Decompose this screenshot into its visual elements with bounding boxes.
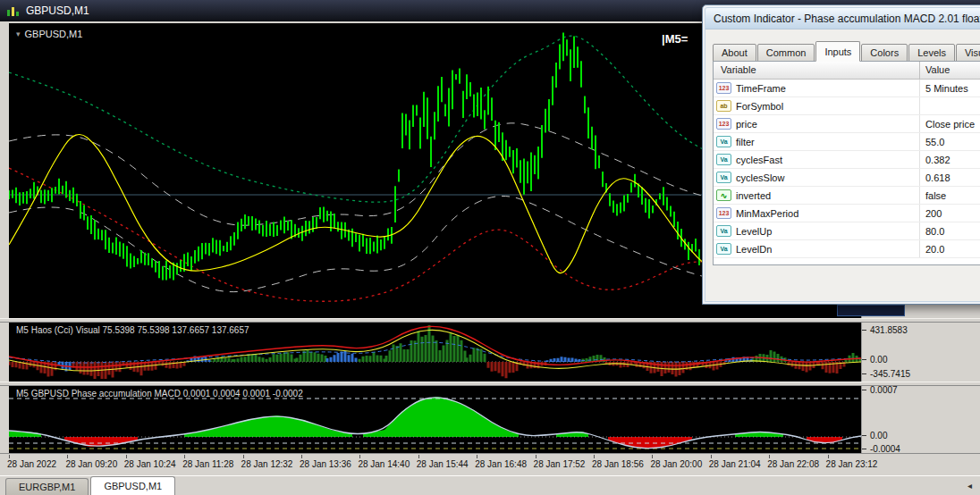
row-inverted[interactable]: ∿inverted false [714,187,980,205]
variable-value[interactable]: 5 Minutes [920,83,980,94]
panel-separator[interactable] [0,382,980,386]
tab-label: About [722,47,748,58]
row-filter[interactable]: Vafilter 55.0 [714,133,980,151]
variable-name: ForSymbol [736,101,783,112]
tab-common[interactable]: Common [757,44,815,62]
double-type-icon: Va [716,154,731,165]
chart-window-icon [7,5,20,16]
table-header-row: Variable Value [714,62,980,80]
row-price[interactable]: 123price Close price [714,115,980,133]
variable-value[interactable]: 200 [920,208,980,219]
variable-name: TimeFrame [736,83,786,94]
tab-label: Visualization [965,47,980,58]
chart-tab-label: GBPUSD,M1 [104,481,162,491]
variable-value[interactable]: 20.0 [920,244,980,255]
macd-panel-label: M5 GBPUSD Phase accumulation MACD 0.0001… [16,389,303,399]
variable-name: inverted [736,190,771,201]
time-label: 28 Jan 14:40 [358,459,410,469]
chart-tab-eurgbp[interactable]: EURGBP,M1 [5,478,89,495]
time-label: 28 Jan 23:12 [826,459,878,469]
chart-tab-bar: EURGBP,M1 GBPUSD,M1 ◂ [0,475,980,495]
tab-label: Common [766,47,807,58]
tab-colors[interactable]: Colors [861,44,908,62]
macd-indicator-panel[interactable]: M5 GBPUSD Phase accumulation MACD 0.0001… [9,386,861,453]
tab-scroll-left-icon[interactable]: ◂ [967,481,972,491]
chart-symbol-label: ▾ GBPUSD,M1 [16,29,82,39]
time-label: 28 Jan 20:00 [650,459,702,469]
double-type-icon: Va [716,243,731,255]
chart-tab-label: EURGBP,M1 [19,482,75,492]
tab-label: Colors [870,47,899,58]
row-timeframe[interactable]: 123TimeFrame 5 Minutes [714,80,980,97]
time-tick [536,455,536,458]
tab-label: Levels [917,47,946,58]
scale-tick [862,373,866,374]
chevron-down-icon[interactable]: ▾ [16,29,21,38]
cci-panel-label: M5 Haos (Cci) Visual 75.5398 75.5398 137… [16,325,249,335]
scale-tick [862,435,866,436]
variable-value[interactable]: 0.618 [920,172,980,183]
panel-separator[interactable] [0,318,980,323]
double-type-icon: Va [716,225,731,237]
row-minmaxperiod[interactable]: 123MinMaxPeriod 200 [714,205,980,222]
variable-name: price [736,119,757,130]
time-label: 28 Jan 22:08 [767,459,819,469]
cci-scale-top: 431.8583 [870,325,908,335]
boolean-type-icon: ∿ [716,189,731,201]
tab-inputs[interactable]: Inputs [815,41,860,62]
dialog-titlebar[interactable]: Custom Indicator - Phase accumulation MA… [705,8,980,29]
macd-scale-zero: 0.00 [870,431,887,440]
variable-name: cyclesFast [736,155,782,165]
row-leveldn[interactable]: VaLevelDn 20.0 [714,240,980,258]
cci-scale-bottom: -345.7415 [870,369,910,379]
time-tick [418,455,419,458]
price-marker-box [837,305,905,316]
tab-label: Inputs [824,46,851,57]
time-tick [828,455,829,458]
string-type-icon: ab [716,100,731,112]
scale-tick [862,330,866,331]
column-header-variable: Variable [714,62,920,79]
cci-indicator-panel[interactable]: M5 Haos (Cci) Visual 75.5398 75.5398 137… [9,323,861,382]
scale-tick [862,449,866,449]
integer-type-icon: 123 [716,207,731,219]
variable-name: LevelUp [736,226,772,237]
custom-indicator-dialog: Custom Indicator - Phase accumulation MA… [702,4,980,305]
variable-name: cyclesSlow [736,172,784,183]
time-tick [594,455,595,458]
variable-value[interactable]: false [920,190,980,201]
time-tick [126,455,127,458]
tab-levels[interactable]: Levels [908,44,955,62]
time-tick [477,455,477,458]
time-label: 28 Jan 21:04 [709,459,761,469]
variable-value[interactable]: 80.0 [920,226,980,237]
row-levelup[interactable]: VaLevelUp 80.0 [714,222,980,240]
variable-value[interactable]: Close price [920,119,980,130]
window-title: GBPUSD,M1 [26,4,89,17]
time-tick [67,455,68,458]
tab-about[interactable]: About [713,44,756,62]
chart-tab-gbpusd[interactable]: GBPUSD,M1 [90,476,175,495]
time-tick [9,455,10,458]
time-tick [769,455,770,458]
time-label: 28 Jan 11:28 [182,459,233,469]
dialog-inner: Custom Indicator - Phase accumulation MA… [705,7,980,302]
dialog-title: Custom Indicator - Phase accumulation MA… [714,13,980,25]
time-label: 28 Jan 17:52 [534,459,586,469]
time-tick [711,455,712,458]
row-cyclesfast[interactable]: VacyclesFast 0.382 [714,151,980,169]
variable-value[interactable]: 55.0 [920,137,980,147]
integer-type-icon: 123 [716,118,731,130]
integer-type-icon: 123 [716,82,731,94]
double-type-icon: Va [716,172,731,183]
tab-visualization[interactable]: Visualization [956,44,980,62]
time-tick [359,455,360,458]
time-label: 28 Jan 12:32 [241,459,293,469]
variable-value[interactable]: 0.382 [920,155,980,165]
row-cyclesslow[interactable]: VacyclesSlow 0.618 [714,169,980,187]
row-forsymbol[interactable]: abForSymbol [714,97,980,115]
time-scale[interactable]: 28 Jan 2022 28 Jan 09:20 28 Jan 10:24 28… [0,453,980,472]
variable-name: MinMaxPeriod [736,208,798,219]
time-label: 28 Jan 09:20 [65,459,117,469]
cci-scale-zero: 0.00 [870,355,887,365]
